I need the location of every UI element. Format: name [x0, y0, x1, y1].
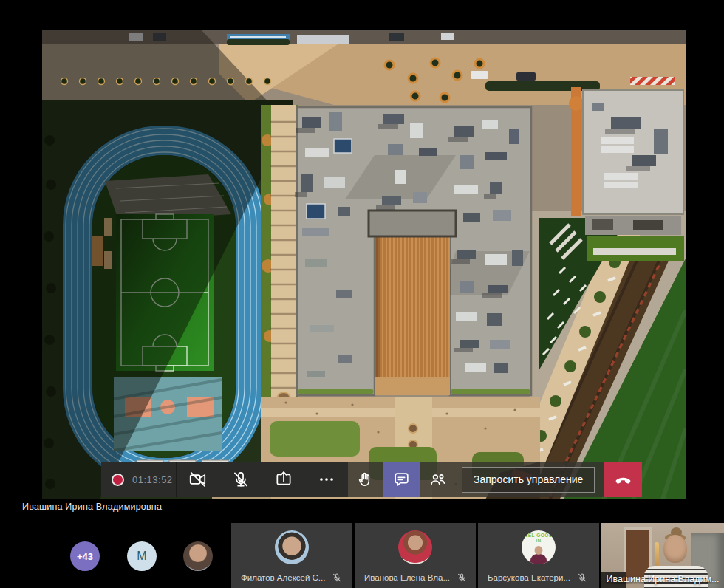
- chat-icon: [392, 471, 411, 489]
- recording-status: 01:13:52: [101, 462, 177, 497]
- record-dot-icon: [112, 474, 124, 486]
- mic-off-icon: [332, 572, 342, 583]
- participant-photo-avatar[interactable]: [183, 541, 213, 571]
- mic-off-icon: [577, 572, 587, 583]
- more-options-button[interactable]: [305, 462, 348, 497]
- hangup-button[interactable]: [604, 462, 642, 497]
- participant-tile[interactable]: Филатов Алексей С...: [231, 523, 352, 588]
- raise-hand-icon: [356, 471, 375, 489]
- video-person-head: [663, 535, 687, 563]
- participant-tile-live-video[interactable]: Ивашина Ирина Владим...: [601, 523, 724, 588]
- mic-off-icon: [231, 470, 250, 489]
- recording-timer: 01:13:52: [132, 474, 173, 485]
- more-options-icon: [317, 470, 336, 489]
- school-building: [295, 107, 531, 395]
- avatar-person: [530, 554, 547, 564]
- avatar: [398, 530, 432, 564]
- participants-icon: [428, 471, 447, 489]
- mic-toggle-button[interactable]: [219, 462, 262, 497]
- camera-off-icon: [188, 470, 208, 489]
- toolbar-right-group: Запросить управление: [348, 462, 604, 497]
- share-screen-button[interactable]: [262, 462, 305, 497]
- share-screen-icon: [274, 470, 293, 489]
- avatar: [275, 530, 309, 564]
- camera-toggle-button[interactable]: [177, 462, 219, 497]
- hangup-icon: [613, 470, 633, 490]
- shared-aerial-photo: [42, 30, 686, 499]
- annex-building: [569, 77, 684, 261]
- participants-button[interactable]: [420, 462, 455, 497]
- teams-meeting-window: 01:13:52: [0, 0, 724, 588]
- participant-name: Барсукова Екатери...: [488, 573, 570, 582]
- presenter-name-label: Ивашина Ирина Владимировна: [22, 502, 162, 512]
- participant-tile[interactable]: EEL GOOD IN Барсукова Екатери...: [478, 523, 599, 588]
- avatar-poster-text: EEL GOOD IN: [522, 533, 556, 543]
- stadium: [42, 78, 293, 500]
- overflow-participants-badge[interactable]: +43: [70, 541, 100, 571]
- participant-tile[interactable]: Иванова Елена Вла...: [355, 523, 476, 588]
- screen-share-stage: [42, 30, 686, 499]
- request-control-button[interactable]: Запросить управление: [462, 467, 595, 493]
- participant-name: Филатов Алексей С...: [241, 573, 325, 582]
- participants-filmstrip: +43 M Филатов Алексей С... Иванова Елена…: [0, 522, 724, 588]
- chat-button[interactable]: [383, 462, 420, 497]
- raise-hand-button[interactable]: [348, 462, 383, 497]
- mic-off-icon: [457, 572, 467, 583]
- meeting-toolbar: 01:13:52: [101, 462, 642, 497]
- participant-initial-avatar[interactable]: M: [127, 541, 157, 571]
- participant-name: Ивашина Ирина Владим...: [601, 574, 724, 584]
- avatar: EEL GOOD IN: [522, 530, 556, 564]
- participant-name: Иванова Елена Вла...: [364, 573, 450, 582]
